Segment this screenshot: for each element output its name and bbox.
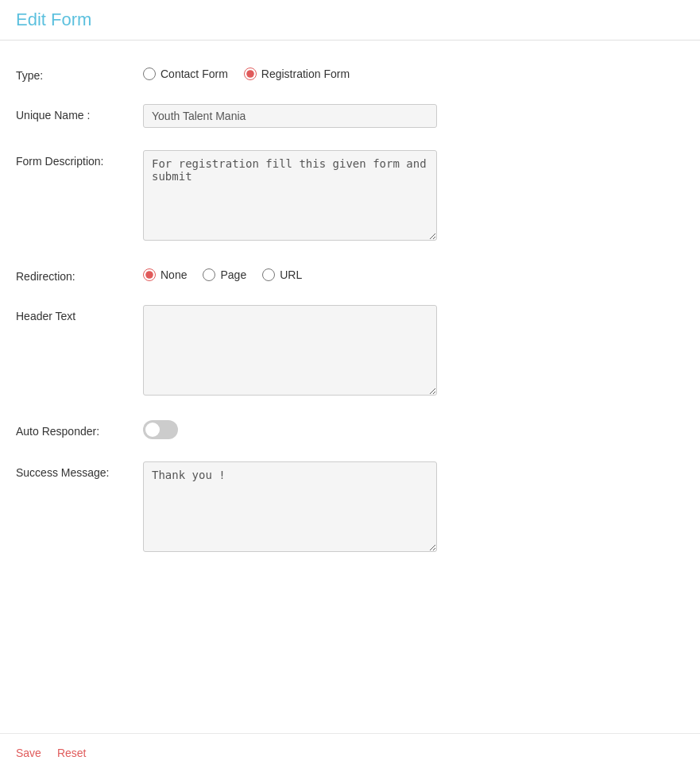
save-button[interactable]: Save [16, 747, 41, 759]
form-container: Type: Contact Form Registration Form Uni… [0, 41, 700, 733]
form-description-control: For registration fill this given form an… [143, 150, 437, 243]
contact-form-radio[interactable] [143, 68, 156, 80]
redirection-none-radio[interactable] [143, 268, 156, 281]
unique-name-control [143, 104, 437, 128]
form-footer: Save Reset [0, 733, 700, 772]
type-label: Type: [16, 64, 143, 82]
registration-form-option[interactable]: Registration Form [244, 68, 350, 80]
page-container: Edit Form Type: Contact Form Registratio… [0, 0, 700, 772]
page-title: Edit Form [16, 10, 684, 30]
redirection-page-radio[interactable] [203, 268, 215, 281]
unique-name-row: Unique Name : [16, 104, 684, 128]
header-text-label: Header Text [16, 305, 143, 322]
redirection-label: Redirection: [16, 265, 143, 283]
type-radio-group: Contact Form Registration Form [143, 64, 437, 80]
auto-responder-toggle[interactable] [143, 420, 178, 439]
redirection-url-option[interactable]: URL [262, 268, 302, 281]
success-message-label: Success Message: [16, 461, 143, 479]
header-text-control [143, 305, 437, 398]
redirection-url-radio[interactable] [262, 268, 275, 281]
unique-name-input[interactable] [143, 104, 437, 128]
header-text-textarea[interactable] [143, 305, 437, 396]
redirection-page-label: Page [220, 268, 246, 281]
success-message-control: Thank you ! [143, 461, 437, 554]
toggle-slider [143, 420, 178, 439]
success-message-row: Success Message: Thank you ! [16, 461, 684, 554]
type-row: Type: Contact Form Registration Form [16, 64, 684, 82]
success-message-textarea[interactable]: Thank you ! [143, 461, 437, 552]
auto-responder-row: Auto Responder: [16, 420, 684, 439]
header-text-row: Header Text [16, 305, 684, 398]
redirection-page-option[interactable]: Page [203, 268, 246, 281]
form-description-row: Form Description: For registration fill … [16, 150, 684, 243]
contact-form-option[interactable]: Contact Form [143, 68, 228, 80]
redirection-url-label: URL [280, 268, 302, 281]
redirection-none-option[interactable]: None [143, 268, 187, 281]
page-header: Edit Form [0, 0, 700, 41]
redirection-none-label: None [160, 268, 187, 281]
redirection-radio-group: None Page URL [143, 265, 437, 281]
registration-form-radio[interactable] [244, 68, 257, 80]
unique-name-label: Unique Name : [16, 104, 143, 122]
redirection-row: Redirection: None Page URL [16, 265, 684, 283]
auto-responder-label: Auto Responder: [16, 420, 143, 438]
contact-form-label: Contact Form [160, 68, 228, 80]
registration-form-label: Registration Form [261, 68, 350, 80]
form-description-label: Form Description: [16, 150, 143, 168]
form-description-textarea[interactable]: For registration fill this given form an… [143, 150, 437, 241]
auto-responder-control [143, 420, 437, 439]
reset-button[interactable]: Reset [57, 747, 87, 759]
